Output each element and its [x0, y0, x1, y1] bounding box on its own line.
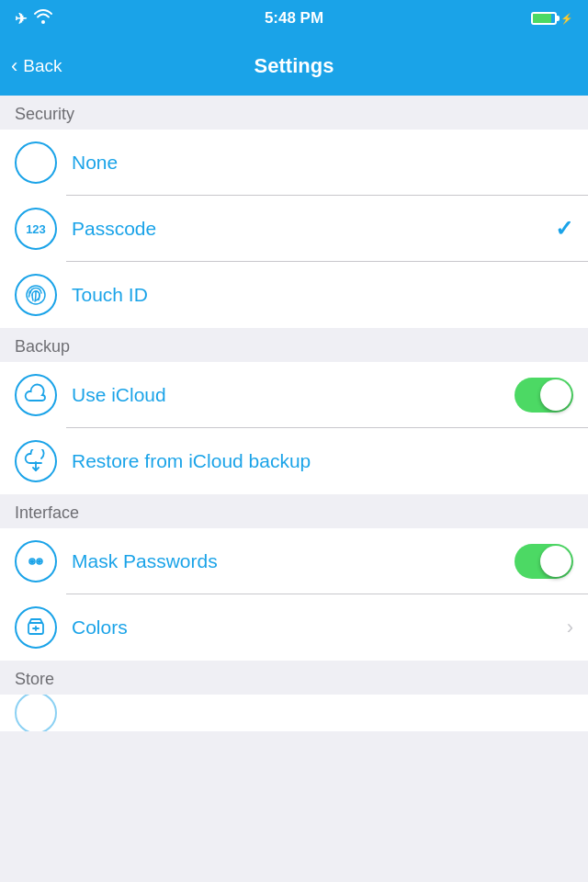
security-section: None 123 Passcode ✓ Touch ID: [0, 130, 588, 328]
section-header-security: Security: [0, 96, 588, 130]
maskpasswords-toggle[interactable]: [514, 544, 573, 579]
status-bar: ✈ 5:48 PM ⚡: [0, 0, 588, 37]
list-item-maskpasswords[interactable]: Mask Passwords: [0, 528, 588, 594]
interface-section: Mask Passwords Colors ›: [0, 528, 588, 661]
battery-fill: [533, 14, 551, 23]
section-header-interface: Interface: [0, 494, 588, 528]
battery-icon: [531, 12, 557, 25]
back-label: Back: [23, 56, 62, 76]
list-item-useicloud[interactable]: Use iCloud: [0, 362, 588, 428]
passcode-icon-circle: 123: [15, 208, 57, 250]
useicloud-label: Use iCloud: [72, 384, 514, 406]
airplane-icon: ✈: [15, 10, 27, 28]
cloud-icon: [24, 383, 48, 407]
fingerprint-icon: [24, 283, 48, 307]
maskpasswords-toggle-knob: [540, 546, 571, 577]
restoreicloud-label: Restore from iCloud backup: [72, 450, 573, 472]
nav-bar: ‹ Back Settings: [0, 37, 588, 96]
list-item-restoreicloud[interactable]: Restore from iCloud backup: [0, 428, 588, 494]
colors-icon-circle: [15, 606, 57, 649]
bucket-icon: [24, 616, 48, 639]
eyes-icon: [24, 549, 48, 573]
list-item-passcode[interactable]: 123 Passcode ✓: [0, 196, 588, 262]
status-time: 5:48 PM: [265, 9, 323, 28]
passcode-checkmark-icon: ✓: [555, 216, 573, 242]
section-header-store: Store: [0, 661, 588, 695]
wifi-icon: [34, 9, 52, 28]
status-right: ⚡: [531, 12, 573, 25]
backup-section: Use iCloud Restore from iCloud backup: [0, 362, 588, 494]
status-left: ✈: [15, 9, 52, 28]
bolt-icon: ⚡: [560, 13, 573, 25]
clouddownload-icon-circle: [15, 440, 57, 482]
none-icon-circle: [15, 141, 57, 184]
list-item-store-partial[interactable]: [0, 695, 588, 731]
touchid-icon-circle: [15, 274, 57, 316]
colors-chevron-icon: ›: [567, 616, 573, 639]
passcode-icon: 123: [26, 222, 46, 236]
section-header-backup: Backup: [0, 328, 588, 362]
svg-point-3: [31, 560, 33, 562]
list-item-none[interactable]: None: [0, 130, 588, 196]
store-icon-circle: [15, 695, 57, 731]
store-section: [0, 695, 588, 731]
passcode-label: Passcode: [72, 218, 555, 240]
maskpasswords-label: Mask Passwords: [72, 550, 514, 572]
touchid-label: Touch ID: [72, 284, 573, 306]
colors-label: Colors: [72, 616, 567, 639]
useicloud-toggle-knob: [540, 379, 571, 411]
maskpasswords-icon-circle: [15, 540, 57, 582]
svg-point-4: [39, 560, 40, 562]
cloud-download-icon: [24, 449, 48, 473]
back-button[interactable]: ‹ Back: [11, 55, 62, 78]
list-item-colors[interactable]: Colors ›: [0, 594, 588, 661]
useicloud-toggle[interactable]: [514, 378, 573, 413]
list-item-touchid[interactable]: Touch ID: [0, 262, 588, 328]
back-chevron-icon: ‹: [11, 54, 17, 78]
none-label: None: [72, 152, 573, 174]
icloud-icon-circle: [15, 374, 57, 416]
page-title: Settings: [254, 54, 334, 78]
